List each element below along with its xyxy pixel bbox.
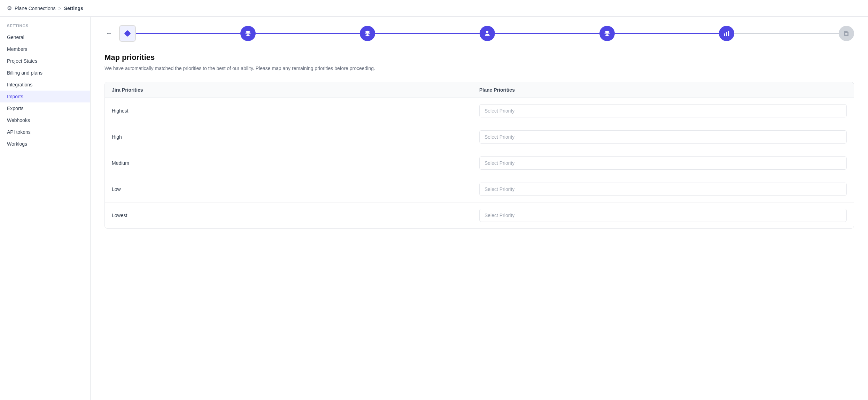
svg-rect-3 (726, 32, 727, 36)
step-4[interactable] (599, 26, 615, 41)
page-title: Map priorities (104, 53, 854, 62)
table-header: Jira Priorities Plane Priorities (105, 82, 854, 98)
back-button[interactable]: ← (104, 29, 114, 39)
connector-1 (136, 33, 240, 34)
sidebar-item-exports[interactable]: Exports (0, 102, 90, 114)
priority-select-high[interactable]: Select Priority (479, 130, 847, 144)
step-2[interactable] (360, 26, 375, 41)
connector-6 (734, 33, 839, 34)
step-diamond[interactable] (119, 25, 136, 42)
priority-select-medium[interactable]: Select Priority (479, 156, 847, 170)
table-row: HighSelect Priority (105, 124, 854, 150)
sidebar-item-members[interactable]: Members (0, 43, 90, 55)
main-content: ← (91, 17, 868, 400)
step-6[interactable] (839, 26, 854, 41)
sidebar-item-integrations[interactable]: Integrations (0, 79, 90, 91)
breadcrumb-app: Plane Connections (15, 6, 56, 11)
priority-select-highest[interactable]: Select Priority (479, 104, 847, 117)
wizard-stepper: ← (104, 25, 854, 42)
jira-label-medium: Medium (112, 160, 479, 166)
connector-4 (495, 33, 599, 34)
sidebar-item-project-states[interactable]: Project States (0, 55, 90, 67)
sidebar-section-label: Settings (0, 24, 90, 31)
sidebar-item-imports[interactable]: Imports (0, 91, 90, 102)
priority-select-lowest[interactable]: Select Priority (479, 209, 847, 222)
table-row: HighestSelect Priority (105, 98, 854, 124)
priority-table: Jira Priorities Plane Priorities Highest… (104, 82, 854, 229)
table-row: LowestSelect Priority (105, 202, 854, 228)
svg-rect-0 (124, 30, 131, 37)
connector-5 (615, 33, 719, 34)
step-5[interactable] (719, 26, 734, 41)
table-row: MediumSelect Priority (105, 150, 854, 176)
col-plane: Plane Priorities (479, 87, 847, 93)
connector-3 (375, 33, 480, 34)
svg-rect-2 (724, 33, 725, 36)
sidebar: Settings GeneralMembersProject StatesBil… (0, 17, 91, 400)
jira-label-high: High (112, 134, 479, 140)
connector-2 (256, 33, 360, 34)
breadcrumb-separator: > (59, 6, 61, 11)
page-description: We have automatically matched the priori… (104, 65, 854, 72)
breadcrumb-current: Settings (64, 6, 83, 11)
sidebar-item-billing[interactable]: Billing and plans (0, 67, 90, 79)
sidebar-item-webhooks[interactable]: Webhooks (0, 114, 90, 126)
svg-point-1 (486, 31, 489, 33)
sidebar-item-worklogs[interactable]: Worklogs (0, 138, 90, 150)
jira-label-lowest: Lowest (112, 213, 479, 218)
sidebar-item-api-tokens[interactable]: API tokens (0, 126, 90, 138)
jira-label-highest: Highest (112, 108, 479, 114)
settings-icon: ⚙ (7, 5, 12, 11)
sidebar-item-general[interactable]: General (0, 31, 90, 43)
col-jira: Jira Priorities (112, 87, 479, 93)
table-row: LowSelect Priority (105, 176, 854, 202)
top-bar: ⚙ Plane Connections > Settings (0, 0, 868, 17)
step-1[interactable] (240, 26, 256, 41)
svg-rect-4 (728, 31, 729, 36)
jira-label-low: Low (112, 186, 479, 192)
step-3[interactable] (480, 26, 495, 41)
priority-select-low[interactable]: Select Priority (479, 183, 847, 196)
